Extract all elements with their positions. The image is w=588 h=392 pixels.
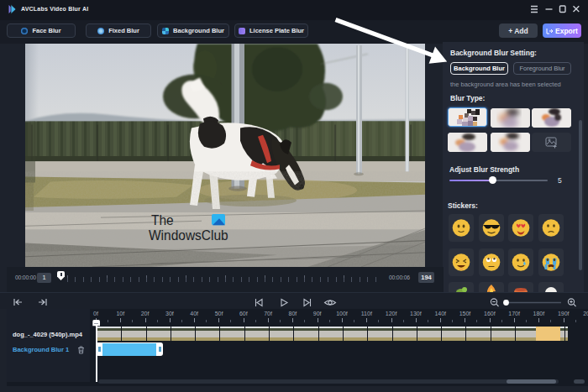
- svg-text:WindowsClub: WindowsClub: [149, 228, 228, 243]
- svg-text:The: The: [151, 213, 174, 227]
